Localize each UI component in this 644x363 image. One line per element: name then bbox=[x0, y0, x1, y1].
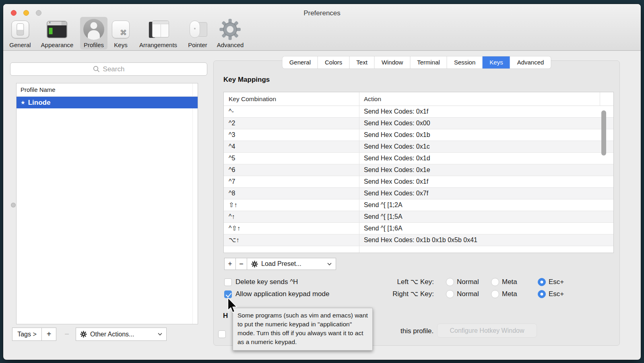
column-header-key[interactable]: Key Combination bbox=[229, 92, 276, 106]
toolbar-item-appearance[interactable]: Appearance bbox=[38, 17, 77, 50]
key-combination-cell: ^6 bbox=[229, 164, 235, 176]
key-combination-cell: ^2 bbox=[229, 118, 235, 129]
key-combination-cell: ⇧↑ bbox=[229, 199, 237, 211]
toolbar-label: Keys bbox=[112, 41, 130, 48]
remove-profile-button[interactable]: − bbox=[60, 328, 74, 341]
table-row[interactable]: ^2Send Hex Codes: 0x00 bbox=[224, 118, 613, 129]
action-cell: Send Hex Codes: 0x1f bbox=[364, 176, 428, 187]
scrollbar-thumb[interactable] bbox=[601, 110, 606, 156]
radio-circle-icon bbox=[538, 278, 546, 286]
remove-mapping-button[interactable]: − bbox=[235, 258, 247, 270]
key-combination-cell: ^4 bbox=[229, 141, 235, 152]
radio-meta[interactable]: Meta bbox=[491, 290, 517, 299]
column-divider bbox=[600, 92, 600, 106]
profile-name: Linode bbox=[28, 99, 51, 107]
checkbox-row-delete-sends: Delete key sends ^H bbox=[224, 278, 298, 286]
toolbar-item-profiles[interactable]: Profiles bbox=[80, 17, 107, 50]
table-row[interactable]: ^⇧↑Send ^[ [1;6A bbox=[224, 223, 613, 234]
action-cell: Send Hex Codes: 0x1c bbox=[364, 141, 430, 152]
tab-text[interactable]: Text bbox=[349, 56, 374, 68]
radio-esc[interactable]: Esc+ bbox=[538, 290, 564, 299]
configure-hotkey-window-button[interactable]: Configure Hotkey Window bbox=[437, 324, 537, 338]
tab-window[interactable]: Window bbox=[374, 56, 410, 68]
checkbox-delete-key-sends-ctrl-h[interactable] bbox=[224, 278, 232, 286]
table-row[interactable]: ^-Send Hex Codes: 0x1f bbox=[224, 106, 613, 118]
load-preset-button[interactable]: Load Preset... bbox=[247, 258, 336, 270]
key-combination-cell: ^5 bbox=[229, 153, 235, 164]
radio-circle-icon bbox=[446, 278, 454, 286]
chevron-down-icon bbox=[158, 333, 162, 336]
table-row[interactable]: ^↑Send ^[ [1;5A bbox=[224, 211, 613, 223]
toolbar-item-arrangements[interactable]: Arrangements bbox=[136, 17, 180, 50]
key-combination-cell: ^↑ bbox=[229, 211, 235, 222]
other-actions-button[interactable]: Other Actions... bbox=[76, 328, 167, 341]
chevron-down-icon bbox=[327, 263, 332, 266]
checkbox-row-keypad-mode: Allow application keypad mode bbox=[224, 290, 329, 298]
profile-row-linode[interactable]: ★ Linode bbox=[17, 97, 198, 108]
toolbar-item-keys[interactable]: ⌘ Keys bbox=[109, 17, 133, 50]
search-icon bbox=[93, 66, 100, 73]
radio-normal[interactable]: Normal bbox=[446, 290, 479, 299]
radio-label: Normal bbox=[457, 290, 479, 299]
general-icon bbox=[9, 18, 31, 41]
profiles-icon bbox=[83, 18, 104, 41]
left-option-key-row: Left ⌥ Key:NormalMetaEsc+ bbox=[365, 278, 559, 286]
tab-keys[interactable]: Keys bbox=[482, 56, 510, 68]
window-title: Preferences bbox=[3, 9, 641, 17]
tab-general[interactable]: General bbox=[283, 56, 318, 68]
keys-icon: ⌘ bbox=[112, 18, 130, 41]
appearance-icon bbox=[41, 18, 74, 41]
column-header-action[interactable]: Action bbox=[364, 92, 381, 106]
action-cell: Send Hex Codes: 0x00 bbox=[364, 118, 430, 129]
key-combination-cell: ^- bbox=[229, 106, 234, 117]
action-cell: Send Hex Codes: 0x1e bbox=[364, 164, 430, 176]
toolbar-item-pointer[interactable]: Pointer bbox=[184, 17, 212, 50]
action-cell: Send Hex Codes: 0x7f bbox=[364, 188, 428, 199]
tab-advanced[interactable]: Advanced bbox=[510, 56, 551, 68]
key-combination-cell: ^7 bbox=[229, 176, 235, 187]
other-actions-label: Other Actions... bbox=[90, 331, 134, 338]
tags-button[interactable]: Tags > bbox=[12, 328, 42, 341]
table-row[interactable]: ^8Send Hex Codes: 0x7f bbox=[224, 188, 613, 199]
option-key-label: Right ⌥ Key: bbox=[365, 290, 434, 299]
action-cell: Send Hex Codes: 0x1f bbox=[364, 106, 428, 117]
key-combination-cell: ⌥↑ bbox=[229, 234, 239, 246]
toolbar-item-general[interactable]: General bbox=[6, 17, 34, 50]
table-row[interactable]: ^4Send Hex Codes: 0x1c bbox=[224, 141, 613, 153]
option-key-label: Left ⌥ Key: bbox=[365, 278, 434, 286]
split-handle[interactable] bbox=[11, 203, 16, 207]
toolbar-label: Appearance bbox=[41, 41, 74, 48]
key-combination-cell: ^8 bbox=[229, 188, 235, 199]
toolbar-item-advanced[interactable]: Advanced bbox=[214, 17, 247, 50]
radio-circle-icon bbox=[491, 290, 499, 298]
table-row[interactable]: ⌥↑Send Hex Codes: 0x1b 0x1b 0x5b 0x41 bbox=[224, 234, 613, 246]
radio-esc[interactable]: Esc+ bbox=[538, 278, 564, 286]
table-row[interactable]: ^3Send Hex Codes: 0x1b bbox=[224, 129, 613, 141]
checkbox-label: Delete key sends ^H bbox=[235, 278, 298, 286]
toolbar-label: General bbox=[9, 41, 31, 48]
hotkey-heading: H bbox=[223, 312, 228, 320]
profile-list-header[interactable]: Profile Name bbox=[17, 83, 198, 97]
table-row[interactable]: ^5Send Hex Codes: 0x1d bbox=[224, 153, 613, 164]
action-cell: Send ^[ [1;6A bbox=[364, 223, 402, 234]
tab-colors[interactable]: Colors bbox=[318, 56, 349, 68]
radio-meta[interactable]: Meta bbox=[491, 278, 517, 286]
radio-normal[interactable]: Normal bbox=[446, 278, 479, 286]
search-input[interactable]: Search bbox=[10, 62, 207, 76]
preferences-window: Preferences General Appearance Profiles … bbox=[3, 4, 641, 360]
tab-session[interactable]: Session bbox=[447, 56, 482, 68]
tab-terminal[interactable]: Terminal bbox=[410, 56, 447, 68]
table-row[interactable]: ⇧↑Send ^[ [1;2A bbox=[224, 199, 613, 211]
add-profile-button[interactable]: + bbox=[41, 328, 56, 341]
command-glyph: ⌘ bbox=[120, 29, 127, 37]
toolbar-label: Profiles bbox=[83, 41, 104, 48]
radio-circle-icon bbox=[446, 290, 454, 298]
action-cell: Send Hex Codes: 0x1d bbox=[364, 153, 430, 164]
add-mapping-button[interactable]: + bbox=[224, 258, 236, 270]
hotkey-sentence: this profile. bbox=[400, 327, 433, 335]
table-row[interactable]: ^7Send Hex Codes: 0x1f bbox=[224, 176, 613, 188]
table-row[interactable]: ^6Send Hex Codes: 0x1e bbox=[224, 164, 613, 176]
radio-label: Normal bbox=[457, 278, 479, 286]
hotkey-checkbox[interactable] bbox=[218, 330, 226, 338]
checkbox-allow-application-keypad-mode[interactable] bbox=[224, 290, 232, 298]
